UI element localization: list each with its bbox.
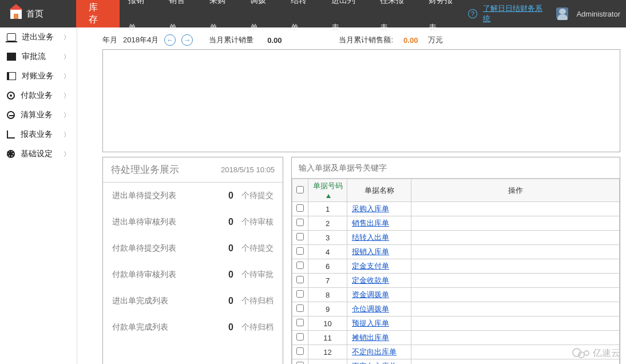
todo-item[interactable]: 付款单待审核列表0个待审批: [103, 262, 283, 288]
document-table: 单据号码 单据名称 操作 1采购入库单2销售出库单3结转入出单4报销入库单6定金…: [292, 179, 620, 364]
todo-suffix: 个待归档: [241, 322, 274, 333]
todo-timestamp: 2018/5/15 10:05: [221, 165, 275, 174]
row-name: 报销入库单: [347, 245, 411, 259]
doc-link[interactable]: 摊销出库单: [352, 333, 389, 342]
row-checkbox[interactable]: [296, 333, 304, 341]
row-num: 2: [308, 216, 347, 231]
sidebar-item-label: 付款业务: [21, 90, 53, 101]
todo-count: 0: [228, 191, 233, 201]
doc-link[interactable]: 不定向出库单: [352, 347, 397, 356]
doc-link[interactable]: 资金调拨单: [352, 290, 389, 299]
sidebar-icon: [7, 150, 15, 158]
todo-suffix: 个待归档: [241, 296, 274, 306]
doc-link[interactable]: 销售出库单: [352, 219, 389, 227]
todo-suffix: 个待审批: [241, 270, 274, 280]
todo-item[interactable]: 付款单完成列表0个待归档: [103, 314, 283, 341]
sidebar-item-label: 基础设定: [21, 149, 53, 159]
sidebar-item-5[interactable]: 报表业务〉: [0, 125, 77, 144]
row-checkbox[interactable]: [296, 304, 304, 312]
todo-count: 0: [228, 296, 233, 306]
doc-link[interactable]: 仓位调拨单: [352, 304, 389, 313]
todo-panel: 待处理业务展示 2018/5/15 10:05 进出单待提交列表0个待提交进出单…: [102, 157, 283, 364]
chevron-right-icon: 〉: [64, 130, 70, 139]
sidebar-item-label: 对账业务: [22, 71, 54, 81]
row-num: 4: [308, 245, 347, 259]
doc-link[interactable]: 报销入库单: [352, 247, 389, 256]
row-checkbox[interactable]: [296, 247, 304, 255]
doc-link[interactable]: 预提入库单: [352, 319, 389, 327]
todo-item[interactable]: 付款单待提交列表0个待提交: [103, 235, 283, 262]
sidebar-item-4[interactable]: 清算业务〉: [0, 105, 77, 125]
row-op: [411, 302, 620, 316]
select-all-checkbox[interactable]: [296, 186, 304, 193]
home-tab[interactable]: 首页: [0, 0, 76, 27]
row-name: 不定向出库单: [347, 345, 411, 359]
prev-month-button[interactable]: ←: [164, 34, 176, 46]
table-row: 11摊销出库单: [292, 331, 620, 345]
sidebar-icon: [7, 130, 15, 139]
row-name: 不定向入库单: [347, 359, 411, 365]
summary-row: 年月 2018年4月 ← → 当月累计销量 0.00 当月累计销售额: 0.00…: [102, 34, 620, 46]
chevron-right-icon: 〉: [64, 111, 70, 120]
row-op: [411, 359, 620, 365]
sales-amt-unit: 万元: [428, 35, 443, 45]
row-checkbox[interactable]: [296, 219, 304, 226]
row-checkbox[interactable]: [296, 347, 304, 355]
watermark-text: 亿速云: [593, 347, 620, 359]
doc-link[interactable]: 不定向入库单: [352, 362, 397, 364]
col-doc-number[interactable]: 单据号码: [308, 179, 347, 202]
todo-item[interactable]: 进出单完成列表0个待归档: [103, 288, 283, 314]
sidebar-icon: [7, 72, 16, 80]
doc-link[interactable]: 定金收款单: [352, 276, 389, 284]
row-checkbox[interactable]: [296, 233, 304, 240]
col-op[interactable]: 操作: [411, 179, 620, 202]
row-checkbox[interactable]: [296, 362, 304, 364]
todo-label: 进出单待审核列表: [112, 217, 176, 227]
sidebar-icon: [7, 92, 15, 100]
todo-label: 付款单完成列表: [112, 322, 168, 333]
todo-label: 进出单待提交列表: [112, 191, 176, 201]
row-name: 定金支付单: [347, 259, 411, 274]
row-num: 12: [308, 345, 347, 359]
col-doc-name[interactable]: 单据名称: [347, 179, 411, 202]
doc-link[interactable]: 结转入出单: [352, 233, 389, 242]
doc-link[interactable]: 定金支付单: [352, 262, 389, 270]
table-row: 13不定向入库单: [292, 359, 620, 365]
sidebar: 进出业务〉审批流〉对账业务〉付款业务〉清算业务〉报表业务〉基础设定〉: [0, 27, 77, 364]
row-checkbox[interactable]: [296, 276, 304, 283]
todo-item[interactable]: 进出单待审核列表0个待审核: [103, 209, 283, 235]
doc-link[interactable]: 采购入库单: [352, 204, 389, 213]
info-link[interactable]: 了解日日结财务系统: [483, 3, 548, 24]
todo-item[interactable]: 进出单待提交列表0个待提交: [103, 183, 283, 209]
search-input[interactable]: [292, 157, 620, 179]
table-row: 4报销入库单: [292, 245, 620, 259]
chevron-right-icon: 〉: [64, 72, 70, 81]
todo-label: 付款单待提交列表: [112, 243, 176, 254]
row-checkbox[interactable]: [296, 204, 304, 212]
table-row: 8资金调拨单: [292, 288, 620, 302]
row-checkbox[interactable]: [296, 262, 304, 269]
tab-inventory[interactable]: 库存: [76, 0, 120, 27]
table-row: 10预提入库单: [292, 316, 620, 331]
row-num: 6: [308, 259, 347, 274]
row-checkbox[interactable]: [296, 290, 304, 298]
sidebar-item-2[interactable]: 对账业务〉: [0, 66, 77, 86]
todo-count: 0: [228, 322, 233, 333]
sidebar-item-1[interactable]: 审批流〉: [0, 47, 77, 66]
todo-count: 0: [228, 270, 233, 280]
table-row: 1采购入库单: [292, 202, 620, 216]
next-month-button[interactable]: →: [181, 34, 193, 46]
user-icon[interactable]: [556, 7, 568, 20]
help-icon: ?: [468, 9, 477, 18]
table-row: 7定金收款单: [292, 274, 620, 288]
sales-qty-value: 0.00: [267, 36, 282, 45]
user-name: Administrator: [576, 10, 620, 18]
sidebar-item-3[interactable]: 付款业务〉: [0, 86, 77, 105]
todo-count: 0: [228, 243, 233, 254]
sidebar-icon: [7, 33, 16, 41]
sidebar-item-6[interactable]: 基础设定〉: [0, 144, 77, 164]
todo-label: 付款单待审核列表: [112, 270, 176, 280]
sidebar-item-0[interactable]: 进出业务〉: [0, 27, 77, 47]
chevron-right-icon: 〉: [64, 53, 70, 61]
row-checkbox[interactable]: [296, 319, 304, 326]
